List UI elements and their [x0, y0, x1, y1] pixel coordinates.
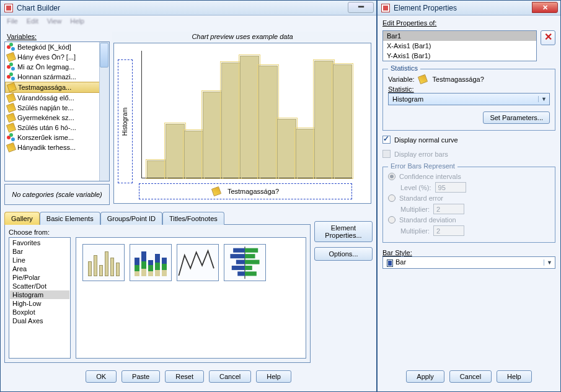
ruler-icon [6, 52, 16, 62]
histogram-bar [240, 56, 259, 178]
variable-label: Szülés után 6 hó-... [17, 124, 76, 131]
variable-item[interactable]: Szülés után 6 hó-... [5, 123, 109, 133]
thumb-simple-histogram[interactable] [82, 244, 125, 281]
variable-item[interactable]: Korszerűek isme... [5, 133, 109, 142]
gallery-category-item[interactable]: Area [10, 264, 69, 273]
paste-button[interactable]: Paste [121, 370, 160, 383]
cancel-button[interactable]: Cancel [449, 370, 492, 383]
gallery-category-item[interactable]: Bar [10, 247, 69, 256]
thumb-population-pyramid[interactable] [224, 244, 266, 281]
tab-basic-elements[interactable]: Basic Elements [40, 212, 100, 225]
gallery-category-item[interactable]: Dual Axes [10, 316, 69, 325]
bar-icon [387, 259, 393, 267]
x-drop-zone[interactable]: Testmagassága? [139, 183, 352, 199]
ok-button[interactable]: OK [86, 370, 117, 383]
gallery-category-item[interactable]: Pie/Polar [10, 273, 69, 282]
bar-style-combo[interactable]: Bar ▼ [382, 256, 555, 269]
ci-level-input [435, 182, 466, 193]
nominal-icon [7, 43, 15, 51]
scrollbar-thumb[interactable] [100, 43, 108, 68]
variable-item[interactable]: Hányadik terhess... [5, 142, 109, 152]
svg-rect-6 [245, 259, 260, 264]
gallery-category-item[interactable]: Histogram [10, 290, 69, 299]
display-normal-label: Display normal curve [394, 136, 458, 144]
element-list-item[interactable]: X-Axis1 (Bar1) [383, 41, 536, 51]
chart-builder-window: Chart Builder ━ File Edit View Help Vari… [0, 0, 377, 392]
nominal-icon [7, 133, 15, 142]
bar-style-value: Bar [383, 258, 544, 266]
y-drop-zone[interactable]: Histogram [118, 59, 133, 183]
gallery-category-item[interactable]: Boxplot [10, 308, 69, 316]
statistics-legend: Statistics [388, 64, 420, 72]
gallery-category-item[interactable]: Favorites [10, 238, 69, 247]
ruler-icon [6, 123, 16, 133]
variable-label: Mi az Ön legmag... [17, 63, 74, 71]
variable-item[interactable]: Mi az Ön legmag... [5, 62, 109, 72]
elements-list[interactable]: Bar1X-Axis1 (Bar1)Y-Axis1 (Bar1) [382, 30, 537, 61]
menu-item[interactable]: File [7, 17, 18, 26]
help-button[interactable]: Help [497, 370, 532, 383]
variable-item[interactable]: Honnan származi... [5, 72, 109, 82]
svg-rect-2 [245, 248, 258, 252]
variables-list[interactable]: Betegkód [K_kód]Hány éves Ön? [...]Mi az… [4, 41, 110, 181]
statistic-label: Statistic: [388, 85, 550, 93]
chevron-down-icon[interactable]: ▼ [544, 259, 555, 266]
gallery-category-item[interactable]: Scatter/Dot [10, 282, 69, 290]
element-list-item[interactable]: Bar1 [383, 31, 536, 41]
sd-mult-input [433, 225, 464, 236]
scrollbar[interactable] [99, 42, 109, 181]
thumb-frequency-polygon[interactable] [177, 244, 219, 281]
reset-button[interactable]: Reset [165, 370, 204, 383]
window-title-right: Element Properties [394, 4, 457, 12]
statistic-combo[interactable]: Histogram ▼ [388, 93, 550, 105]
options-button[interactable]: Options... [314, 247, 373, 261]
ruler-icon [211, 186, 221, 196]
histogram-bar [333, 64, 352, 178]
histogram-bar [184, 131, 203, 178]
minimize-button[interactable]: ━ [348, 2, 374, 13]
tab-groups-point-id[interactable]: Groups/Point ID [100, 212, 162, 225]
variable-item[interactable]: Várandósság elő... [5, 93, 109, 103]
cancel-button[interactable]: Cancel [209, 370, 251, 383]
chart-preview[interactable]: Histogram Testmagassága? [113, 43, 371, 204]
element-properties-window: Element Properties ✕ Edit Properties of:… [377, 0, 561, 392]
histogram-bar [221, 63, 241, 178]
help-button[interactable]: Help [256, 370, 291, 383]
variable-item[interactable]: Szülés napján te... [5, 103, 109, 113]
tab-gallery[interactable]: Gallery [4, 212, 40, 225]
thumb-stacked-histogram[interactable] [130, 244, 172, 281]
gallery-category-item[interactable]: High-Low [10, 299, 69, 308]
close-button[interactable]: ✕ [532, 2, 558, 13]
apply-button[interactable]: Apply [406, 370, 444, 383]
variable-label: Betegkód [K_kód] [17, 43, 71, 51]
gallery-category-item[interactable]: Line [10, 256, 69, 264]
ep-footer: Apply Cancel Help [382, 365, 555, 388]
app-icon [381, 4, 390, 12]
menu-item[interactable]: Edit [27, 17, 38, 26]
chart-area [141, 51, 352, 178]
element-list-item[interactable]: Y-Axis1 (Bar1) [383, 51, 536, 61]
titlebar-right: Element Properties ✕ [378, 1, 560, 15]
delete-element-button[interactable]: ✕ [541, 30, 555, 45]
gallery-category-list[interactable]: FavoritesBarLineAreaPie/PolarScatter/Dot… [9, 237, 71, 359]
element-properties-button[interactable]: Element Properties... [314, 221, 373, 242]
variable-item[interactable]: Hány éves Ön? [...] [5, 52, 109, 62]
variable-item[interactable]: Gyermekének sz... [5, 113, 109, 123]
x-axis [141, 178, 352, 178]
display-normal-checkbox[interactable]: Display normal curve [382, 136, 555, 144]
ruler-icon [6, 113, 16, 123]
edit-properties-label: Edit Properties of: [382, 19, 555, 27]
no-categories-panel: No categories (scale variable) [4, 184, 110, 205]
dialog-footer: OK Paste Reset Cancel Help [4, 365, 373, 388]
tab-titles-footnotes[interactable]: Titles/Footnotes [162, 212, 224, 225]
variable-item[interactable]: Testmagassága... [5, 82, 109, 93]
gallery-thumbnails [76, 237, 306, 359]
chevron-down-icon[interactable]: ▼ [538, 96, 549, 102]
variable-value: Testmagassága? [433, 76, 484, 83]
menu-item[interactable]: Help [70, 17, 84, 26]
variable-item[interactable]: Betegkód [K_kód] [5, 42, 109, 52]
menu-item[interactable]: View [47, 17, 62, 26]
gallery-tab-panel: Choose from: FavoritesBarLineAreaPie/Pol… [4, 224, 311, 363]
set-parameters-button[interactable]: Set Parameters... [483, 111, 550, 124]
histogram-bar [314, 61, 334, 178]
